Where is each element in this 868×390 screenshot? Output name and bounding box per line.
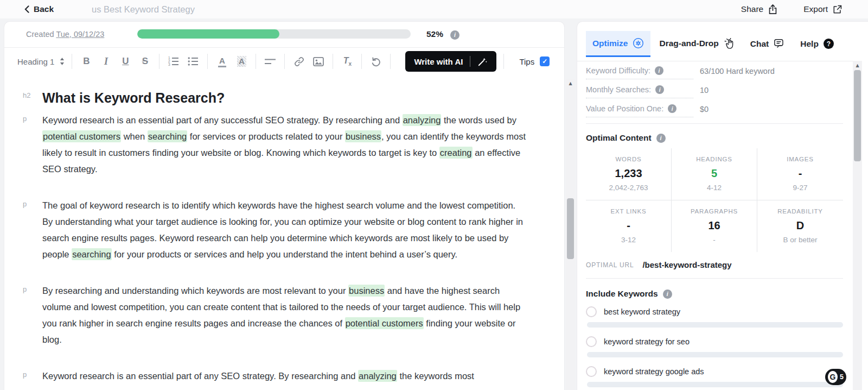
stat-label-wrap: Monthly Searches:i	[586, 85, 693, 98]
bullet-list-button[interactable]	[186, 53, 200, 70]
keyword-row: best keyword strategy	[586, 306, 843, 317]
toolbar-separator	[361, 54, 362, 69]
cell-label: EXT LINKS	[588, 208, 669, 215]
tab-optimize[interactable]: Optimize	[586, 31, 650, 55]
link-button[interactable]	[292, 53, 306, 70]
heading-style-select[interactable]: Heading 1	[17, 57, 65, 66]
editor-header: Created Tue, 09/12/23 52% i	[4, 22, 564, 48]
optimal-url-row: OPTIMAL URL /best-keyword-strategy	[586, 260, 843, 269]
italic-button[interactable]: I	[99, 53, 113, 70]
optimize-sidebar: OptimizeDrag-and-DropChatHelp? Keyword D…	[577, 22, 868, 390]
info-icon[interactable]: i	[668, 104, 676, 113]
stat-label: Monthly Searches:	[586, 85, 651, 94]
bold-button[interactable]: B	[79, 53, 93, 70]
keyword-item: best keyword strategy	[586, 306, 843, 328]
document-editor[interactable]: h2What is Keyword Research?pKeyword rese…	[4, 75, 564, 384]
export-button[interactable]: Export	[803, 4, 842, 14]
cell-range: B or better	[760, 236, 841, 244]
toolbar-separator	[333, 54, 333, 69]
doc-block-p: pThe goal of keyword research is to iden…	[4, 197, 532, 262]
tab-drag-and-drop[interactable]: Drag-and-Drop	[653, 32, 741, 55]
write-with-ai-label: Write with AI	[414, 57, 463, 66]
stat-value: $0	[700, 104, 709, 114]
info-icon[interactable]: i	[450, 30, 459, 40]
info-icon[interactable]: i	[655, 66, 663, 75]
write-with-ai-button[interactable]: Write with AI	[405, 51, 496, 72]
ordered-list-button[interactable]: 123	[167, 53, 181, 70]
doc-heading[interactable]: What is Keyword Research?	[42, 89, 532, 106]
cell-range: 9-27	[760, 184, 841, 192]
undo-button[interactable]	[369, 53, 383, 70]
text-run: By researching and understanding which k…	[42, 286, 348, 295]
tab-chat[interactable]: Chat	[744, 32, 792, 55]
highlighted-keyword: potential customers	[42, 130, 121, 142]
optimal-url-value: /best-keyword-strategy	[642, 260, 731, 269]
gutter-label: p	[23, 115, 27, 123]
editor-scrollbar-thumb[interactable]	[567, 198, 574, 259]
scroll-up-icon[interactable]: ▲	[566, 79, 575, 87]
tab-label: Optimize	[592, 39, 628, 48]
grammarly-badge[interactable]: G 5	[825, 369, 846, 385]
editor-scrollbar[interactable]: ▲	[566, 79, 575, 390]
highlighted-keyword: analyzing	[358, 370, 397, 382]
keyword-row: keyword strategy google ads	[586, 366, 843, 377]
cell-value: 16	[674, 219, 755, 232]
tab-label: Chat	[750, 39, 769, 49]
sidebar-scrollbar-thumb[interactable]	[854, 70, 861, 161]
keyword-item: keyword strategy for seo	[586, 336, 843, 357]
share-button[interactable]: Share	[741, 4, 777, 15]
doc-paragraph[interactable]: Keyword research is an essential part of…	[42, 368, 526, 384]
stat-row: Value of Position One:i$0	[586, 104, 843, 117]
clear-formatting-button[interactable]: Tx	[340, 53, 354, 70]
keyword-row: keyword strategy for seo	[586, 336, 843, 347]
keyword-radio[interactable]	[586, 336, 597, 347]
keyword-radio[interactable]	[586, 306, 597, 317]
keyword-radio[interactable]	[586, 366, 597, 377]
text-run: for your products or services and help y…	[112, 249, 457, 259]
text-run: the keywords most	[397, 371, 474, 381]
highlight-color-button[interactable]: A	[234, 53, 248, 70]
text-color-button[interactable]: A	[215, 53, 229, 70]
cell-label: WORDS	[588, 156, 669, 162]
cell-range: -	[674, 236, 755, 244]
cell-value: 5	[674, 167, 755, 180]
sidebar-scrollbar[interactable]: ▲	[853, 61, 862, 390]
back-button[interactable]: Back	[24, 4, 54, 14]
strikethrough-button[interactable]: S	[138, 53, 152, 70]
scroll-up-icon[interactable]: ▲	[853, 61, 862, 70]
info-icon[interactable]: i	[663, 290, 672, 299]
tips-toggle: Tips ✓	[519, 56, 550, 66]
align-button[interactable]	[263, 53, 277, 70]
underline-button[interactable]: U	[118, 53, 132, 70]
info-icon[interactable]: i	[655, 85, 664, 94]
doc-block-p: pBy researching and understanding which …	[4, 282, 532, 348]
info-icon[interactable]: i	[656, 134, 666, 143]
toolbar-separator	[72, 54, 72, 69]
optimal-content-cell: WORDS1,2332,042-2,763	[586, 148, 672, 200]
share-label: Share	[741, 4, 763, 14]
toolbar-separator	[284, 54, 285, 69]
doc-paragraph[interactable]: The goal of keyword research is to ident…	[42, 197, 526, 262]
tab-help[interactable]: Help?	[794, 32, 840, 55]
doc-paragraph[interactable]: By researching and understanding which k…	[42, 282, 526, 348]
tips-checkbox[interactable]: ✓	[540, 56, 550, 66]
optimal-content-heading: Optimal Content i	[586, 133, 843, 143]
stat-label-wrap: Value of Position One:i	[586, 104, 693, 117]
optimal-content-grid: WORDS1,2332,042-2,763HEADINGS54-12IMAGES…	[586, 148, 843, 252]
keyword-progress-track	[587, 322, 843, 328]
stat-label: Keyword Difficulty:	[586, 66, 650, 75]
toolbar-separator	[390, 54, 391, 69]
button-divider	[470, 56, 470, 67]
gutter-label: p	[23, 285, 27, 293]
keyword-label: keyword strategy for seo	[604, 337, 690, 346]
image-button[interactable]	[311, 53, 326, 70]
text-run: What is Keyword Research?	[42, 90, 225, 105]
cell-label: PARAGRAPHS	[674, 208, 755, 215]
cell-value: -	[588, 219, 669, 232]
cell-range: 2,042-2,763	[588, 184, 669, 192]
export-label: Export	[803, 4, 828, 14]
highlighted-keyword: creating	[439, 147, 473, 159]
stat-label: Value of Position One:	[586, 104, 663, 113]
highlighted-keyword: searching	[148, 130, 188, 142]
doc-paragraph[interactable]: Keyword research is an essential part of…	[42, 112, 526, 177]
